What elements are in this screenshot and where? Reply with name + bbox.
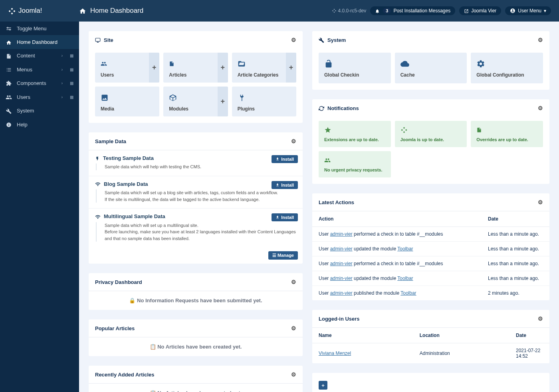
manage-button[interactable]: ☰ Manage: [268, 251, 298, 260]
notification-label: Overrides are up to date.: [476, 137, 528, 142]
sidebar-item-help[interactable]: Help: [0, 118, 79, 131]
date-cell: Less than a minute ago.: [482, 227, 549, 242]
date-cell: 2021-07-22 14:52: [509, 343, 549, 364]
sidebar-item-label: Content: [17, 53, 35, 59]
brand-text: Joomla!: [18, 7, 42, 15]
notifications-card: Notifications ⚙ Extensions are up to dat…: [312, 99, 549, 184]
cube-icon: [169, 92, 222, 102]
sidebar-item-users[interactable]: Users›▦: [0, 90, 79, 104]
external-link-icon: [464, 8, 469, 14]
svg-point-8: [8, 124, 9, 124]
install-button[interactable]: Install: [272, 213, 298, 221]
user-link[interactable]: admin-vier: [330, 276, 353, 281]
svg-point-1: [512, 10, 514, 11]
gear-icon[interactable]: ⚙: [538, 199, 543, 205]
popular-title: Popular Articles: [95, 325, 135, 331]
sidebar-item-home-dashboard[interactable]: Home Dashboard: [0, 35, 79, 49]
user-menu-button[interactable]: User Menu ▾: [505, 6, 551, 16]
sample-data-item: InstallTesting Sample DataSample data wh…: [89, 150, 303, 176]
users-icon: [6, 93, 12, 100]
quickicon-label: Global Configuration: [476, 72, 524, 78]
system-card-title: System: [327, 37, 346, 43]
install-button[interactable]: Install: [272, 181, 298, 189]
user-link[interactable]: admin-vier: [330, 261, 353, 266]
gear-icon[interactable]: ⚙: [291, 138, 296, 144]
joomla-icon: [400, 126, 462, 134]
plus-icon[interactable]: +: [286, 53, 296, 83]
logo[interactable]: Joomla!: [8, 6, 79, 16]
action-cell: User admin-vier performed a check in to …: [312, 256, 482, 271]
plus-icon[interactable]: +: [218, 87, 228, 116]
module-link[interactable]: Toolbar: [397, 276, 413, 281]
dashboard-grid-icon[interactable]: ▦: [70, 67, 73, 72]
recent-articles-card: Recently Added Articles ⚙ 📋 No Articles …: [89, 366, 303, 392]
quickicon-label: Articles: [169, 72, 186, 78]
sidebar-item-menus[interactable]: Menus›▦: [0, 63, 79, 76]
chevron-down-icon: ▾: [544, 8, 546, 14]
site-link-button[interactable]: Joomla Vier: [459, 6, 501, 15]
quickicon-modules[interactable]: Modules+: [163, 87, 228, 116]
quickicon-global-configuration[interactable]: Global Configuration: [471, 53, 543, 83]
plus-icon[interactable]: +: [149, 53, 159, 83]
gear-icon[interactable]: ⚙: [291, 371, 296, 378]
quickicon-article-categories[interactable]: Article Categories+: [232, 53, 296, 83]
main-content: Site ⚙ Users+Articles+Article Categories…: [79, 22, 559, 392]
plus-icon[interactable]: +: [218, 53, 228, 83]
svg-rect-2: [6, 28, 11, 28]
monitor-icon: [95, 37, 101, 43]
gear-icon[interactable]: ⚙: [291, 279, 296, 285]
folder-icon: [238, 58, 291, 69]
gear-icon[interactable]: ⚙: [291, 325, 296, 331]
user-link[interactable]: admin-vier: [330, 290, 353, 296]
quickicon-global-checkin[interactable]: Global Checkin: [319, 53, 391, 83]
quickicon-users[interactable]: Users+: [95, 53, 159, 83]
popular-articles-card: Popular Articles ⚙ 📋 No Articles have be…: [89, 319, 303, 356]
users-icon: [101, 58, 154, 69]
toggle-menu-button[interactable]: Toggle Menu: [0, 22, 79, 35]
toggle-menu-label: Toggle Menu: [17, 26, 46, 32]
sidebar-item-system[interactable]: System: [0, 104, 79, 118]
sample-title: Blog Sample Data: [95, 181, 296, 187]
sidebar-item-components[interactable]: Components›▦: [0, 76, 79, 90]
dashboard-grid-icon[interactable]: ▦: [70, 95, 73, 99]
recent-empty-message: 📋 No Articles have been created yet.: [89, 384, 303, 392]
home-icon: [6, 39, 12, 45]
privacy-title: Privacy Dashboard: [95, 279, 142, 285]
notification-item: Extensions are up to date.: [319, 121, 391, 147]
gear-icon[interactable]: ⚙: [538, 105, 543, 111]
user-link[interactable]: admin-vier: [330, 231, 353, 237]
latest-actions-card: Latest Actions ⚙ Action Date User admin-…: [312, 193, 549, 300]
system-card: System ⚙ Global CheckinCacheGlobal Confi…: [312, 31, 549, 90]
quickicon-media[interactable]: Media: [95, 87, 159, 116]
wrench-icon: [319, 37, 324, 43]
module-link[interactable]: Toolbar: [400, 290, 416, 296]
install-button[interactable]: Install: [272, 155, 298, 163]
site-card-title: Site: [104, 37, 113, 43]
add-module-card[interactable]: + Add module to the dashboard: [312, 373, 549, 392]
latest-actions-title: Latest Actions: [319, 199, 354, 205]
gear-icon[interactable]: ⚙: [291, 37, 296, 43]
module-link[interactable]: Toolbar: [397, 246, 413, 252]
user-link[interactable]: admin-vier: [330, 246, 353, 252]
quickicon-articles[interactable]: Articles+: [163, 53, 228, 83]
home-icon: [79, 7, 86, 15]
table-row: User admin-vier updated the module Toolb…: [312, 242, 549, 256]
sample-data-card: Sample Data ⚙ InstallTesting Sample Data…: [89, 132, 303, 264]
date-cell: Less than a minute ago.: [482, 256, 549, 271]
gear-icon[interactable]: ⚙: [538, 315, 543, 322]
dashboard-grid-icon[interactable]: ▦: [70, 53, 73, 58]
quickicon-plugins[interactable]: Plugins: [232, 87, 296, 116]
notification-item: Overrides are up to date.: [471, 121, 543, 147]
header: Joomla! Home Dashboard 4.0.0-rc5-dev 3 P…: [0, 0, 559, 22]
dashboard-grid-icon[interactable]: ▦: [70, 81, 73, 85]
table-row: User admin-vier published the module Too…: [312, 286, 549, 301]
sidebar-item-content[interactable]: Content›▦: [0, 49, 79, 63]
quickicon-label: Article Categories: [238, 72, 279, 78]
bolt-icon: [95, 155, 100, 161]
user-link[interactable]: Viviana Menzel: [319, 351, 351, 356]
post-install-messages-button[interactable]: 3 Post Installation Messages: [370, 6, 455, 15]
chevron-right-icon: ›: [61, 53, 63, 58]
quickicon-cache[interactable]: Cache: [395, 53, 467, 83]
gear-icon[interactable]: ⚙: [538, 37, 543, 43]
joomla-logo-icon: [8, 6, 16, 16]
